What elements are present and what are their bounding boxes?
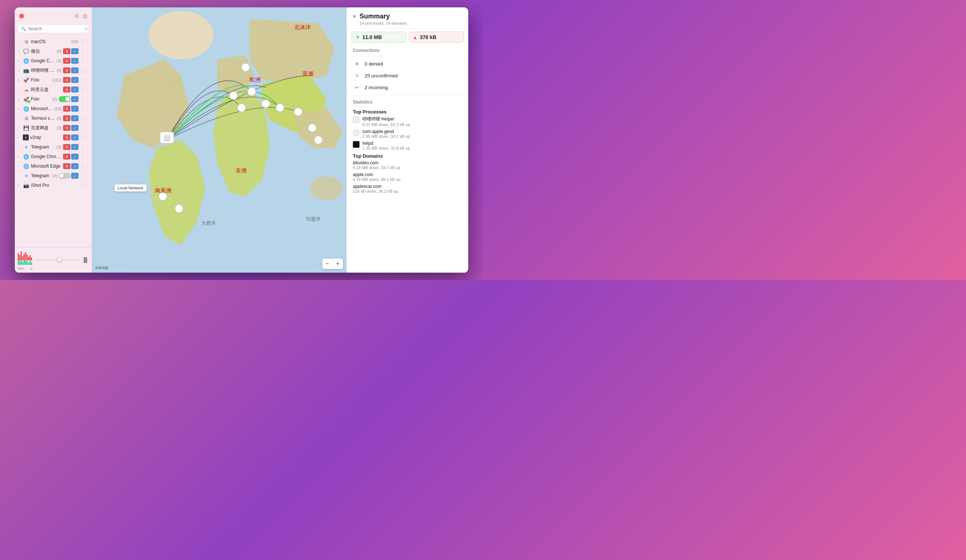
- deny-button[interactable]: ✕: [63, 106, 71, 111]
- deny-button[interactable]: ✕: [63, 134, 71, 140]
- allow-button[interactable]: ✓: [71, 154, 79, 159]
- deny-button[interactable]: ✕: [63, 144, 71, 150]
- titlebar: ⊞ ▥: [15, 7, 92, 24]
- zoom-in-button[interactable]: +: [333, 259, 343, 269]
- deny-button[interactable]: ✕: [63, 58, 71, 64]
- allow-button[interactable]: ✓: [71, 106, 79, 111]
- list-item[interactable]: › v v2ray ✕ ✓ ⋮⋮: [15, 133, 92, 142]
- chevron-icon: ›: [18, 126, 21, 130]
- drag-handle[interactable]: ⋮⋮: [81, 68, 90, 73]
- drag-handle[interactable]: ⋮⋮: [81, 164, 90, 169]
- app-name-label: iShot Pro: [31, 183, 79, 188]
- allow-button[interactable]: ✓: [71, 134, 79, 140]
- drag-handle[interactable]: ⋮⋮: [81, 135, 90, 140]
- drag-handle[interactable]: ⋮⋮: [81, 39, 90, 44]
- layout-icon[interactable]: ▥: [82, 13, 87, 19]
- domain-item: bilivideo.com 6.18 MB down, 33.7 kB up: [353, 160, 462, 170]
- toggle-group: ✕ ✓: [63, 134, 79, 140]
- filter-icon[interactable]: ≡: [85, 26, 87, 31]
- menu-icon[interactable]: ≡: [353, 13, 356, 19]
- drag-handle[interactable]: ⋮⋮: [81, 183, 90, 188]
- upload-value: 376 kB: [420, 34, 436, 40]
- svg-rect-11: [19, 261, 20, 265]
- top-processes-title: Top Processes: [353, 109, 462, 115]
- deny-button[interactable]: ✕: [63, 115, 71, 121]
- time-label-left: 60m: [18, 267, 24, 270]
- deny-button[interactable]: ✕: [63, 87, 71, 92]
- toggle-switch-off[interactable]: [59, 173, 71, 178]
- allow-button[interactable]: ✓: [71, 173, 79, 178]
- top-processes-section: Top Processes 哔哩哔哩 Helper 6.21 MB down, …: [347, 106, 468, 196]
- search-input[interactable]: [28, 26, 83, 31]
- toggle-switch-on[interactable]: [59, 96, 71, 102]
- list-item[interactable]: › 🖥 macOS (15) ⋮⋮: [15, 37, 92, 46]
- process-name: com.apple.geod: [362, 129, 410, 134]
- allow-button[interactable]: ✓: [71, 125, 79, 131]
- close-button[interactable]: [19, 14, 24, 18]
- drag-handle[interactable]: ⋮⋮: [81, 58, 90, 63]
- svg-rect-17: [28, 263, 29, 265]
- top-domains-title: Top Domains: [353, 153, 462, 159]
- download-value: 11.0 MB: [362, 34, 382, 40]
- app-window: ⊞ ▥ 🔍 ≡ › 🖥 macOS (15) ⋮⋮ › 💬 微信: [15, 7, 468, 273]
- allow-button[interactable]: ✓: [71, 67, 79, 73]
- right-panel: ≡ Summary 14 processes, 24 domains ▼ 11.…: [347, 7, 468, 273]
- drag-handle[interactable]: ⋮⋮: [81, 144, 90, 150]
- allow-button[interactable]: ✓: [71, 115, 79, 121]
- drag-handle[interactable]: ⋮⋮: [81, 154, 90, 159]
- south-america-label: 南美洲: [155, 187, 171, 193]
- list-item[interactable]: › 🌐 Google Chrome ✕ ✓ ⋮⋮: [15, 152, 92, 161]
- allow-button[interactable]: ✓: [71, 58, 79, 64]
- list-item[interactable]: › 💾 百度网盘 (3) ✕ ✓ ⋮⋮: [15, 123, 92, 133]
- drag-handle[interactable]: ⋮⋮: [81, 77, 90, 82]
- list-item[interactable]: › ✈ Telegram (3) ✕ ✓ ⋮⋮: [15, 142, 92, 152]
- toggle-group: ✕ ✓: [63, 48, 79, 54]
- sidebar: ⊞ ▥ 🔍 ≡ › 🖥 macOS (15) ⋮⋮ › 💬 微信: [15, 7, 92, 273]
- bars-chart-icon[interactable]: ▐▌: [82, 257, 89, 263]
- list-item[interactable]: › 📺 哔哩哔哩 Helper (4) ✕ ✓ ⋮⋮: [15, 65, 92, 75]
- drag-handle[interactable]: ⋮⋮: [81, 87, 90, 92]
- svg-rect-2: [21, 251, 22, 260]
- drag-handle[interactable]: ⋮⋮: [81, 116, 90, 121]
- unconfirmed-label: 25 unconfirmed: [365, 73, 398, 79]
- allow-button[interactable]: ✓: [71, 48, 79, 54]
- deny-button[interactable]: ✕: [63, 163, 71, 169]
- deny-button[interactable]: ✕: [63, 67, 71, 73]
- allow-button[interactable]: ✓: [71, 77, 79, 83]
- app-icon: ✈: [23, 172, 30, 179]
- list-item[interactable]: › 🚀 Folx (131) ✕ ✓ ⋮⋮: [15, 75, 92, 85]
- search-bar: 🔍 ≡: [18, 24, 89, 33]
- zoom-out-button[interactable]: −: [322, 259, 333, 269]
- process-icon: [353, 141, 360, 148]
- allow-button[interactable]: ✓: [71, 163, 79, 169]
- svg-point-33: [242, 63, 250, 72]
- app-count-label: (2): [57, 59, 62, 63]
- slider-thumb[interactable]: [57, 257, 62, 262]
- deny-button[interactable]: ✕: [63, 125, 71, 131]
- list-item[interactable]: › ☁ 阿里云盘 ✕ ✓ ⋮⋮: [15, 85, 92, 94]
- list-item[interactable]: › 📷 iShot Pro ⋮⋮: [15, 180, 92, 190]
- svg-rect-8: [30, 255, 31, 260]
- allow-button[interactable]: ✓: [71, 87, 79, 92]
- drag-handle[interactable]: ⋮⋮: [81, 97, 90, 102]
- list-item[interactable]: › 🚀 Folx (2) ✓ ⋮⋮: [15, 94, 92, 104]
- svg-rect-0: [18, 253, 19, 260]
- drag-handle[interactable]: ⋮⋮: [81, 173, 90, 178]
- deny-button[interactable]: ✕: [63, 77, 71, 83]
- process-stats: 6.21 MB down, 62.3 kB up: [362, 122, 410, 127]
- drag-handle[interactable]: ⋮⋮: [81, 125, 90, 130]
- local-network-label: Local Network: [114, 184, 147, 192]
- map-icon[interactable]: ⊞: [74, 13, 79, 19]
- deny-button[interactable]: ✕: [63, 48, 71, 54]
- list-item[interactable]: › 💬 微信 (6) ✕ ✓ ⋮⋮: [15, 46, 92, 56]
- list-item[interactable]: › 🖥 Termius via Termius Help... (3) ✕ ✓ …: [15, 113, 92, 123]
- list-item[interactable]: › ✈ Telegram (3) ✓ ⋮⋮: [15, 171, 92, 180]
- list-item[interactable]: › 🌐 Microsoft Edge via Micr... (10) ✕ ✓ …: [15, 104, 92, 113]
- list-item[interactable]: › 🌐 Google Chrome via Goog... (2) ✕ ✓ ⋮⋮: [15, 56, 92, 65]
- deny-button[interactable]: ✕: [63, 154, 71, 159]
- drag-handle[interactable]: ⋮⋮: [81, 49, 90, 54]
- allow-button[interactable]: ✓: [71, 144, 79, 150]
- drag-handle[interactable]: ⋮⋮: [81, 106, 90, 111]
- allow-button[interactable]: ✓: [71, 96, 79, 102]
- list-item[interactable]: › 🌐 Microsoft Edge ✕ ✓ ⋮⋮: [15, 161, 92, 171]
